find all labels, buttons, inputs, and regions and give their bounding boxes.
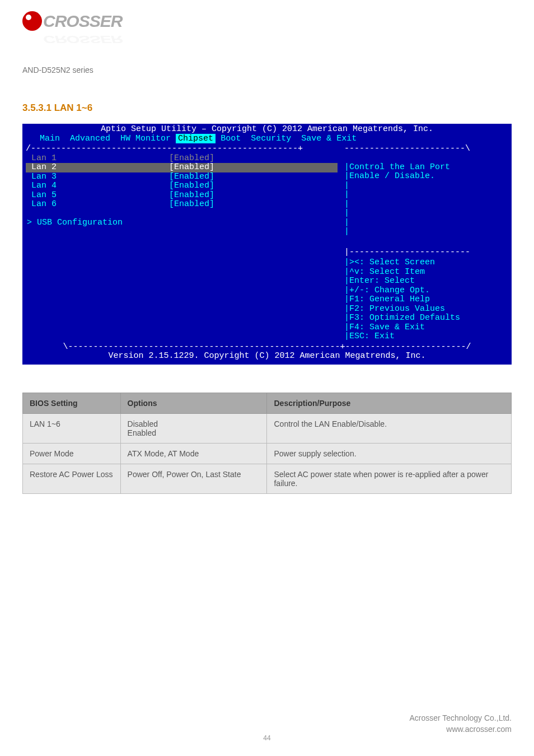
table-row: LAN 1~6 Disabled Enabled Control the LAN… <box>23 413 512 443</box>
tab-advanced[interactable]: Advanced <box>70 134 110 143</box>
tab-chipset[interactable]: Chipset <box>176 134 216 143</box>
tab-hwmonitor[interactable]: HW Monitor <box>120 134 171 143</box>
logo-text: CROSSER <box>43 12 122 31</box>
logo-icon <box>22 11 42 31</box>
bios-usb-config[interactable]: > USB Configuration <box>26 218 338 228</box>
tab-saveexit[interactable]: Save & Exit <box>301 134 357 143</box>
footer-url: www.acrosser.com <box>409 725 512 734</box>
bios-item-lan2[interactable]: Lan 2 [Enabled] <box>26 163 338 172</box>
page-number: 44 <box>0 734 534 742</box>
table-row: Restore AC Power Loss Power Off, Power O… <box>23 464 512 493</box>
bios-tabs: Main Advanced HW Monitor Chipset Boot Se… <box>26 134 508 144</box>
section-title: 3.5.3.1 LAN 1~6 <box>22 102 512 114</box>
bios-help-desc: |Control the Lan Port |Enable / Disable.… <box>344 154 508 237</box>
bios-divider: /---------------------------------------… <box>26 144 338 154</box>
bios-divider: |------------------------ <box>344 248 508 258</box>
bios-item-lan4[interactable]: Lan 4 [Enabled] <box>26 181 338 191</box>
logo: CROSSER <box>22 11 512 31</box>
tab-main[interactable]: Main <box>40 134 60 143</box>
bios-item-lan3[interactable]: Lan 3 [Enabled] <box>26 172 338 182</box>
logo-reflection: CROSSER <box>43 34 512 45</box>
bios-title: Aptio Setup Utility – Copyright (C) 2012… <box>26 125 508 134</box>
bios-item-lan1[interactable]: Lan 1 [Enabled] <box>26 154 338 164</box>
bios-version: Version 2.15.1229. Copyright (C) 2012 Am… <box>26 352 508 361</box>
tab-security[interactable]: Security <box>251 134 291 143</box>
th-desc: Description/Purpose <box>267 393 512 413</box>
th-options: Options <box>120 393 267 413</box>
model-line: AND-D525N2 series <box>22 66 512 74</box>
footer: Acrosser Technology Co.,Ltd. www.acrosse… <box>409 713 512 734</box>
bios-item-lan6[interactable]: Lan 6 [Enabled] <box>26 200 338 209</box>
bios-screenshot: Aptio Setup Utility – Copyright (C) 2012… <box>22 124 512 365</box>
bios-item-lan5[interactable]: Lan 5 [Enabled] <box>26 191 338 200</box>
footer-company: Acrosser Technology Co.,Ltd. <box>409 713 512 722</box>
table-row: Power Mode ATX Mode, AT Mode Power suppl… <box>23 443 512 464</box>
settings-table: BIOS Setting Options Description/Purpose… <box>22 393 512 494</box>
bios-divider: \---------------------------------------… <box>26 343 508 352</box>
bios-key-help: |><: Select Screen |^v: Select Item |Ent… <box>344 258 508 342</box>
th-setting: BIOS Setting <box>23 393 121 413</box>
tab-boot[interactable]: Boot <box>221 134 241 143</box>
bios-divider: ------------------------\ <box>344 144 508 154</box>
